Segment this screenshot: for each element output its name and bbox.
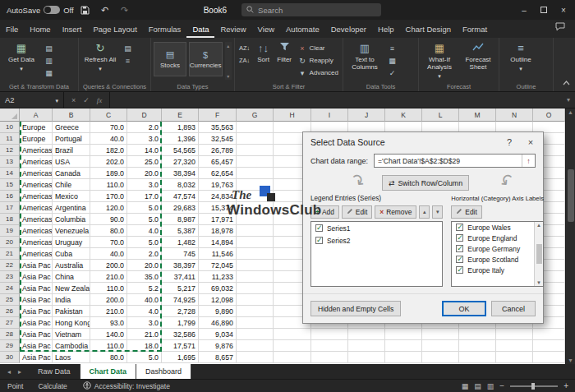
scroll-up-icon[interactable]: ▲	[568, 109, 573, 115]
cell[interactable]	[422, 329, 459, 340]
hidden-empty-cells-button[interactable]: Hidden and Empty Cells	[310, 301, 401, 316]
data-validation-button[interactable]: ✓	[386, 67, 398, 78]
cell[interactable]: Asia Pac	[20, 317, 53, 329]
cell[interactable]: 8,657	[199, 352, 237, 363]
cell[interactable]: Asia Pac	[20, 271, 53, 283]
cell[interactable]: Vietnam	[53, 329, 90, 340]
cell[interactable]	[459, 340, 496, 352]
cell[interactable]: Argentina	[53, 202, 90, 214]
cell[interactable]: Europe	[20, 122, 53, 133]
cancel-button[interactable]: Cancel	[491, 301, 536, 316]
cell[interactable]: 170.0	[90, 191, 127, 202]
cell[interactable]	[237, 248, 274, 260]
checkbox-checked-icon[interactable]	[456, 224, 463, 231]
minimize-icon[interactable]: –	[514, 1, 534, 19]
cell[interactable]: Laos	[53, 352, 90, 363]
zoom-out-icon[interactable]: −	[499, 381, 504, 390]
cell[interactable]: 120.0	[90, 202, 127, 214]
vertical-scrollbar[interactable]: ▲ ▼	[565, 108, 575, 364]
cell[interactable]	[348, 340, 385, 352]
ok-button[interactable]: OK	[442, 301, 486, 316]
cell[interactable]: Venezuela	[53, 225, 90, 237]
row-header[interactable]: 14	[0, 168, 20, 179]
category-list-item[interactable]: Europe Scotland	[452, 254, 543, 265]
redo-icon[interactable]: ↷	[117, 5, 133, 16]
cell[interactable]: 38,394	[162, 168, 199, 179]
cell[interactable]: 17.0	[127, 191, 162, 202]
cell[interactable]: 12,098	[199, 294, 237, 306]
scroll-down-icon[interactable]: ▼	[568, 357, 573, 363]
row-header[interactable]: 11	[0, 133, 20, 145]
cell[interactable]	[385, 329, 422, 340]
cell[interactable]	[274, 340, 311, 352]
undo-icon[interactable]: ↶	[97, 5, 113, 16]
cell[interactable]: Chile	[53, 179, 90, 191]
cell[interactable]: 5,387	[162, 225, 199, 237]
what-if-analysis-button[interactable]: ▦ What-If Analysis	[421, 40, 458, 80]
normal-view-icon[interactable]: ▦	[462, 382, 469, 390]
accessibility-status[interactable]: Accessibility: Investigate	[75, 381, 178, 391]
sort-za-button[interactable]: ZA↓	[237, 55, 251, 66]
category-list-item[interactable]: Europe England	[452, 233, 543, 243]
category-list-item[interactable]: Europe Wales	[452, 222, 543, 233]
cell[interactable]	[422, 340, 459, 352]
column-header[interactable]: C	[90, 108, 127, 122]
cell[interactable]: 15,374	[199, 202, 237, 214]
cell[interactable]	[459, 329, 496, 340]
cell[interactable]	[496, 352, 533, 363]
ribbon-tab[interactable]: Insert	[57, 21, 88, 38]
clear-filter-button[interactable]: ×Clear	[296, 43, 340, 53]
cell[interactable]	[237, 329, 274, 340]
cell[interactable]: Americas	[20, 156, 53, 168]
cell[interactable]: 9,034	[199, 329, 237, 340]
cell[interactable]: 202.0	[90, 156, 127, 168]
cell[interactable]: Americas	[20, 202, 53, 214]
cell[interactable]: 2.0	[127, 122, 162, 133]
cell[interactable]	[237, 306, 274, 317]
checkbox-checked-icon[interactable]	[456, 256, 463, 263]
page-layout-view-icon[interactable]: ▤	[474, 382, 481, 390]
cell[interactable]: Americas	[20, 248, 53, 260]
collapse-ribbon-icon[interactable]	[563, 74, 570, 89]
move-down-button[interactable]: ▾	[432, 205, 443, 219]
sheet-tab[interactable]: Dashboard	[136, 364, 191, 379]
cell[interactable]: 93.0	[90, 317, 127, 329]
ribbon-tab[interactable]: Page Layout	[87, 21, 142, 38]
cell[interactable]	[533, 329, 565, 340]
ribbon-tab[interactable]: Chart Design	[400, 21, 457, 38]
collapse-dialog-icon[interactable]: ↑	[522, 154, 535, 167]
cell[interactable]	[237, 122, 274, 133]
cell[interactable]: 3.0	[127, 133, 162, 145]
cell[interactable]: Asia Pac	[20, 306, 53, 317]
from-table-button[interactable]: ▦	[43, 67, 55, 78]
column-header[interactable]: I	[311, 108, 348, 122]
cell[interactable]: USA	[53, 156, 90, 168]
cell[interactable]: 32,545	[199, 133, 237, 145]
stocks-datatype-button[interactable]: ▤ Stocks	[154, 42, 186, 76]
tab-scroll-left-icon[interactable]: ◂	[7, 368, 11, 376]
tab-scroll-right-icon[interactable]: ▸	[18, 368, 21, 376]
column-header[interactable]: L	[422, 108, 459, 122]
scroll-up-icon[interactable]: ▴	[227, 43, 229, 48]
cell[interactable]	[237, 133, 274, 145]
cell[interactable]: 20.0	[127, 168, 162, 179]
move-up-button[interactable]: ▴	[419, 205, 430, 219]
cell[interactable]: 210.0	[90, 271, 127, 283]
row-header[interactable]: 22	[0, 260, 20, 271]
column-header[interactable]: B	[53, 108, 90, 122]
scroll-down-icon[interactable]: ▾	[227, 73, 229, 79]
cell[interactable]: 40.0	[90, 248, 127, 260]
cell[interactable]	[237, 271, 274, 283]
cell[interactable]: 26,789	[199, 145, 237, 156]
ribbon-tab[interactable]: View	[252, 21, 280, 38]
cell[interactable]: 5.0	[127, 214, 162, 225]
cell[interactable]: Cuba	[53, 248, 90, 260]
category-list-item[interactable]: Europe Italy	[452, 265, 543, 275]
close-icon[interactable]: ×	[520, 137, 541, 147]
cell[interactable]: 35.0	[127, 271, 162, 283]
cell[interactable]	[274, 352, 311, 363]
get-data-button[interactable]: ▦ Get Data	[2, 40, 40, 80]
cell[interactable]: 14,894	[199, 237, 237, 248]
cell[interactable]: 18,978	[199, 225, 237, 237]
row-header[interactable]: 17	[0, 202, 20, 214]
